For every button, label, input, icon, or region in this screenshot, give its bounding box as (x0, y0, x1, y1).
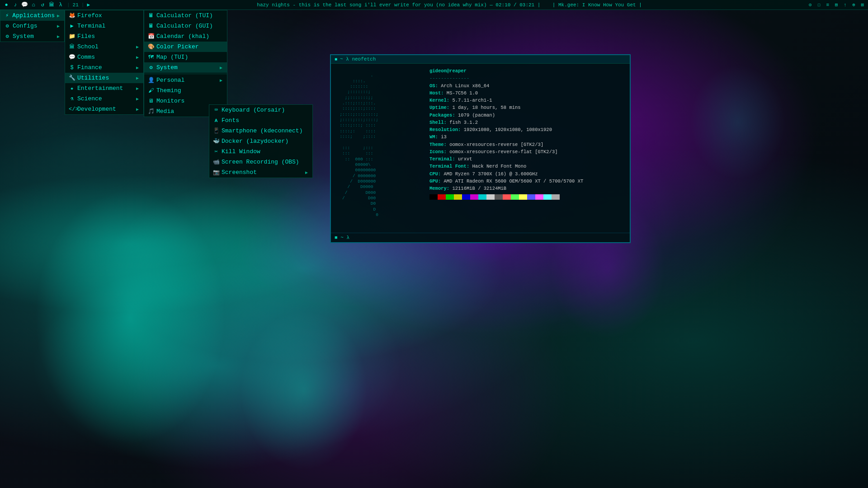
files-icon: 📁 (69, 33, 75, 40)
music-text: hazy nights - this is the last song i'll… (257, 2, 540, 8)
nav-applications[interactable]: ⚡ Applications ▶ (0, 10, 64, 21)
files-label: Files (77, 33, 95, 40)
personal-icon: 👤 (148, 77, 154, 84)
menu-color-picker[interactable]: 🎨 Color Picker (144, 42, 227, 52)
terminal-prompt: ■ ~ λ (331, 233, 630, 242)
menu-firefox[interactable]: 🦊 Firefox (65, 10, 143, 21)
separator: | (67, 2, 70, 8)
menu-fonts[interactable]: A Fonts (209, 115, 312, 126)
color-block (503, 194, 511, 200)
docker-label: Docker (lazydocker) (222, 138, 288, 145)
calc-gui-label: Calculator (GUI) (156, 23, 213, 29)
neofetch-shell: fish 3.1.2 (449, 120, 478, 125)
menu-map-tui[interactable]: 🗺 Map (TUI) (144, 52, 227, 62)
utilities-icon: 🔧 (69, 75, 75, 81)
menu-school[interactable]: 🏛 School ▶ (65, 42, 143, 52)
utilities-arrow: ▶ (136, 75, 139, 81)
map-tui-label: Map (TUI) (156, 54, 188, 61)
neofetch-memory: 12116MiB / 32124MiB (452, 186, 506, 191)
menu-finance[interactable]: $ Finance ▶ (65, 62, 143, 73)
nav-applications-label: Applications (12, 12, 55, 19)
terminal-title-text: ~ λ neofetch (340, 56, 376, 62)
menu-screen-recording[interactable]: 📹 Screen Recording (OBS) (209, 157, 312, 167)
menu-calc-tui[interactable]: 🖩 Calculator (TUI) (144, 10, 227, 21)
keyboard-icon: ⌨ (213, 107, 219, 113)
theming-icon: 🖌 (148, 87, 154, 94)
screen-recording-label: Screen Recording (OBS) (222, 159, 299, 165)
monitors-label: Monitors (156, 98, 184, 104)
development-arrow: ▶ (136, 107, 139, 112)
applications-menu: 🦊 Firefox ▶ Terminal 📁 Files 🏛 School ▶ … (65, 10, 144, 115)
nav-system[interactable]: ⚙ System ▶ (0, 31, 64, 42)
menu-docker[interactable]: 🐳 Docker (lazydocker) (209, 136, 312, 146)
menu-screenshot[interactable]: 📷 Screenshot ▶ (209, 167, 312, 178)
color-block (519, 194, 527, 200)
kill-window-label: Kill Window (222, 148, 260, 155)
nav-configs-label: Configs (13, 23, 38, 29)
system-sub-icon: ⚙ (148, 64, 154, 71)
menu-calc-gui[interactable]: 🖩 Calculator (GUI) (144, 21, 227, 31)
neofetch-color-blocks (429, 194, 626, 200)
entertainment-label: Entertainment (77, 85, 123, 92)
docker-icon: 🐳 (213, 138, 219, 145)
development-label: Development (77, 106, 116, 113)
keyboard-label: Keyboard (Corsair) (222, 107, 285, 113)
terminal-label: Terminal (77, 23, 105, 29)
menu-keyboard[interactable]: ⌨ Keyboard (Corsair) (209, 105, 312, 115)
taskbar-right: ⊙ ☐ ≡ ⊞ ↑ ⊕ ⊠ (806, 2, 868, 8)
neofetch-terminal-font: Hack Nerd Font Mono (472, 164, 527, 169)
neofetch-gpu-label: GPU: (429, 178, 441, 184)
menu-smartphone[interactable]: 📱 Smartphone (kdeconnect) (209, 126, 312, 136)
nav-configs[interactable]: ⚙ Configs ▶ (0, 21, 64, 31)
menu-system[interactable]: ⚙ System ▶ (144, 62, 227, 73)
menu-personal[interactable]: 👤 Personal ▶ (144, 75, 227, 85)
menu-comms[interactable]: 💬 Comms ▶ (65, 52, 143, 62)
neofetch-terminal-font-label: Terminal Font: (429, 164, 469, 169)
music-right: | Mk.gee: I Know How You Get | (552, 2, 642, 8)
neofetch-terminal-val: urxvt (458, 156, 472, 162)
menu-science[interactable]: ⚗ Science ▶ (65, 94, 143, 104)
color-block (446, 194, 454, 200)
neofetch-host-label: Host: (429, 90, 444, 96)
menu-calendar[interactable]: 📅 Calendar (khal) (144, 31, 227, 42)
arrow-icon2: ▶ (57, 23, 60, 29)
color-block (438, 194, 446, 200)
menu-utilities[interactable]: 🔧 Utilities ▶ (65, 73, 143, 83)
neofetch-uptime: 1 day, 18 hours, 58 mins (452, 105, 520, 110)
taskbar: ● ♪ 💬 ⌂ ↺ 🏛 λ | 21 | ▶ hazy nights - thi… (0, 0, 868, 10)
menu-kill-window[interactable]: ✂ Kill Window (209, 146, 312, 157)
neofetch-theme: oomox-xresources-reverse [GTK2/3] (449, 142, 543, 147)
terminal-titlebar: ■ ~ λ neofetch (331, 55, 630, 64)
music-info: hazy nights - this is the last song i'll… (93, 2, 806, 8)
tray-icons: ⊙ ☐ ≡ ⊞ ↑ ⊕ ⊠ (809, 2, 865, 8)
menu-divider1 (144, 74, 227, 74)
terminal-title-icon: ■ (335, 57, 337, 62)
color-block (511, 194, 519, 200)
entertainment-icon: ★ (69, 85, 75, 92)
menu-entertainment[interactable]: ★ Entertainment ▶ (65, 83, 143, 94)
system-icon: ⚙ (4, 33, 10, 40)
menu-development[interactable]: </> Development ▶ (65, 104, 143, 114)
menu-files[interactable]: 📁 Files (65, 31, 143, 42)
music-icon: ♪ (12, 1, 19, 9)
science-label: Science (77, 95, 102, 102)
calendar-icon: 📅 (148, 33, 154, 40)
smartphone-icon: 📱 (213, 127, 219, 134)
fonts-label: Fonts (222, 117, 239, 124)
color-block (478, 194, 486, 200)
entertainment-arrow: ▶ (136, 86, 139, 91)
menu-theming[interactable]: 🖌 Theming (144, 85, 227, 96)
neofetch-kernel-label: Kernel: (429, 98, 449, 103)
finance-arrow: ▶ (136, 65, 139, 70)
recording-icon: 📹 (213, 159, 219, 165)
screenshot-icon: 📷 (213, 169, 219, 176)
science-arrow: ▶ (136, 96, 139, 102)
development-icon: </> (69, 106, 75, 113)
circle-icon: ● (3, 1, 10, 9)
media-label: Media (156, 108, 174, 115)
screenshot-arrow: ▶ (305, 170, 308, 175)
menu-terminal[interactable]: ▶ Terminal (65, 21, 143, 31)
neofetch-os-label: OS: (429, 83, 438, 89)
neofetch-packages-label: Packages: (429, 113, 455, 118)
neofetch-user: gideon@reaper (429, 68, 467, 74)
